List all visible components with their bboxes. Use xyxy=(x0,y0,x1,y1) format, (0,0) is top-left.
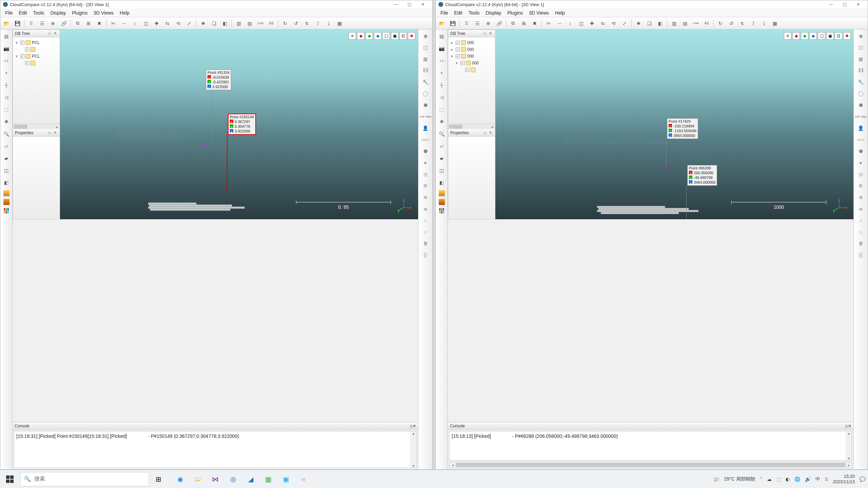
ime-icon[interactable]: 中 xyxy=(815,476,820,482)
axis-icon[interactable]: ┼ xyxy=(2,80,11,90)
back-view-icon[interactable] xyxy=(439,199,445,205)
wireshark-icon[interactable]: ◢ xyxy=(245,473,256,485)
dot-icon[interactable]: ● xyxy=(420,158,431,167)
box4-icon[interactable]: ◧ xyxy=(437,178,447,187)
tool7-icon[interactable]: ⟲ xyxy=(609,19,618,28)
tree-row[interactable]: ✓ xyxy=(14,60,58,66)
move-icon[interactable]: ✥ xyxy=(2,117,11,126)
clone-icon[interactable]: ⧉ xyxy=(73,19,82,28)
box1-icon[interactable]: ▱ xyxy=(437,141,447,151)
cube2-icon[interactable]: ▦ xyxy=(856,55,866,63)
points-icon[interactable]: ⠿ xyxy=(26,19,36,28)
dock-close-icon[interactable]: ✕ xyxy=(488,31,493,36)
tray-app2-icon[interactable]: ◐ xyxy=(786,476,790,482)
cube-icon[interactable]: ◫ xyxy=(420,43,431,52)
color-dots-icon[interactable] xyxy=(3,208,9,214)
taskbar-search[interactable]: 🔍 搜索 xyxy=(20,472,149,486)
target-icon[interactable]: ⊕ xyxy=(856,193,866,202)
maximize-button[interactable]: ▢ xyxy=(402,0,416,8)
ring2-icon[interactable]: ○ xyxy=(856,216,866,225)
shield-icon[interactable]: ⬢ xyxy=(856,101,866,109)
tray-sogou-icon[interactable]: S xyxy=(825,476,828,482)
film-icon[interactable]: 🎞 xyxy=(856,66,866,75)
tree-hscroll[interactable]: ◂▸ xyxy=(448,124,495,129)
points-icon[interactable]: ⠿ xyxy=(462,19,471,28)
titlebar[interactable]: CloudCompare v2.12.4 (Kyiv) [64-bit] - [… xyxy=(0,0,432,8)
menu-3dviews[interactable]: 3D Views xyxy=(526,9,552,16)
dock-close-icon[interactable]: ✕ xyxy=(488,130,493,136)
home-icon[interactable]: ⌂ xyxy=(420,227,431,236)
sphere-icon[interactable]: ◉ xyxy=(856,32,866,40)
win2-icon[interactable]: ▣ xyxy=(826,32,834,40)
app-icon[interactable]: ▦ xyxy=(262,473,274,485)
rot2-icon[interactable]: ↺ xyxy=(291,19,301,28)
tree-row[interactable]: ▾✓PCL xyxy=(14,39,58,46)
box3-icon[interactable]: ◫ xyxy=(437,166,447,175)
zoom-icon[interactable]: 🔍 xyxy=(2,129,11,139)
csf-filter-button[interactable]: CSF Filter xyxy=(420,112,431,121)
box2-icon[interactable]: ▰ xyxy=(437,154,447,163)
grid-icon[interactable]: ▒ xyxy=(420,250,431,259)
tool4-icon[interactable]: ◫ xyxy=(141,19,151,28)
xcolor-icon[interactable]: ◆ xyxy=(792,32,800,40)
front-view-icon[interactable] xyxy=(3,190,9,196)
ycolor-icon[interactable]: ◆ xyxy=(801,32,808,40)
menu-3dviews[interactable]: 3D Views xyxy=(91,9,116,16)
plus-icon[interactable]: + xyxy=(437,68,447,78)
trash-icon[interactable]: 🗑 xyxy=(856,239,866,248)
chevron-up-icon[interactable]: ˄ xyxy=(760,476,762,482)
tool8-icon[interactable]: ⤢ xyxy=(184,19,194,28)
person-icon[interactable]: 👤 xyxy=(420,124,431,133)
weather-text[interactable]: 29°C 局部晴朗 xyxy=(724,476,755,482)
open-icon[interactable]: 📂 xyxy=(437,19,447,28)
menu-display[interactable]: Display xyxy=(483,9,504,16)
tree-row[interactable]: ✓ xyxy=(450,66,494,73)
seg3-icon[interactable]: ⤵ xyxy=(324,19,333,28)
console-vscroll[interactable]: ▴▾ xyxy=(846,431,852,460)
ring-icon[interactable]: ◎ xyxy=(420,170,431,179)
viewclose-icon[interactable]: ✖ xyxy=(843,32,851,40)
volume-icon[interactable]: 🔊 xyxy=(805,476,811,482)
menu-file[interactable]: File xyxy=(438,9,451,16)
zcolor-icon[interactable]: ◆ xyxy=(374,32,381,40)
tree-row[interactable]: ▸✓000 xyxy=(450,39,494,46)
gear-icon[interactable]: ⚙ xyxy=(856,181,866,190)
viewclose-icon[interactable]: ✖ xyxy=(408,32,415,40)
taskview-icon[interactable]: ⊞ xyxy=(153,473,164,485)
tree-hscroll[interactable]: ◂▸ xyxy=(13,124,60,129)
list-icon[interactable]: ☰ xyxy=(473,19,482,28)
tool-icon[interactable]: ✄ xyxy=(108,19,118,28)
delete-icon[interactable]: ✖ xyxy=(530,19,539,28)
back-view-icon[interactable] xyxy=(3,199,9,205)
tool11-icon[interactable]: ◧ xyxy=(655,19,665,28)
scale-icon[interactable]: 1:1 xyxy=(437,56,447,65)
win1-icon[interactable]: ▢ xyxy=(818,32,825,40)
link-icon[interactable]: 🔗 xyxy=(494,19,504,28)
cloudcompare-icon[interactable]: ◎ xyxy=(227,473,239,485)
rot-left-icon[interactable]: ◁ xyxy=(437,93,447,102)
snap-icon[interactable]: ⊡ xyxy=(835,32,842,40)
close-button[interactable]: ✕ xyxy=(416,0,430,8)
ring-icon[interactable]: ◎ xyxy=(856,170,866,179)
dot-icon[interactable]: ● xyxy=(856,158,866,167)
tool-icon[interactable]: ✄ xyxy=(544,19,553,28)
sphere-icon[interactable]: ◉ xyxy=(420,32,431,40)
tool7-icon[interactable]: ⟲ xyxy=(174,19,183,28)
undock-icon[interactable]: ◇ xyxy=(482,31,488,36)
layers-icon[interactable]: ≣ xyxy=(420,204,431,213)
target-icon[interactable]: ⊕ xyxy=(420,193,431,202)
shield2-icon[interactable]: ⬣ xyxy=(420,147,431,156)
home-icon[interactable]: ⌂ xyxy=(856,227,866,236)
seg-icon[interactable]: ↯ xyxy=(737,19,747,28)
kd-icon[interactable]: Kd xyxy=(267,19,276,28)
kd-icon[interactable]: Kd xyxy=(702,19,711,28)
hist2-icon[interactable]: ▤ xyxy=(245,19,254,28)
plus-icon[interactable]: + xyxy=(2,68,11,78)
rot2-icon[interactable]: ↺ xyxy=(727,19,736,28)
film-icon[interactable]: 🎞 xyxy=(420,66,431,75)
circle-icon[interactable]: ◯ xyxy=(856,89,866,98)
save-icon[interactable]: 💾 xyxy=(13,19,22,28)
tree-row[interactable]: ▾✓000 xyxy=(450,60,494,66)
seg2-icon[interactable]: ⤴ xyxy=(313,19,322,28)
xcolor-icon[interactable]: ◆ xyxy=(357,32,364,40)
